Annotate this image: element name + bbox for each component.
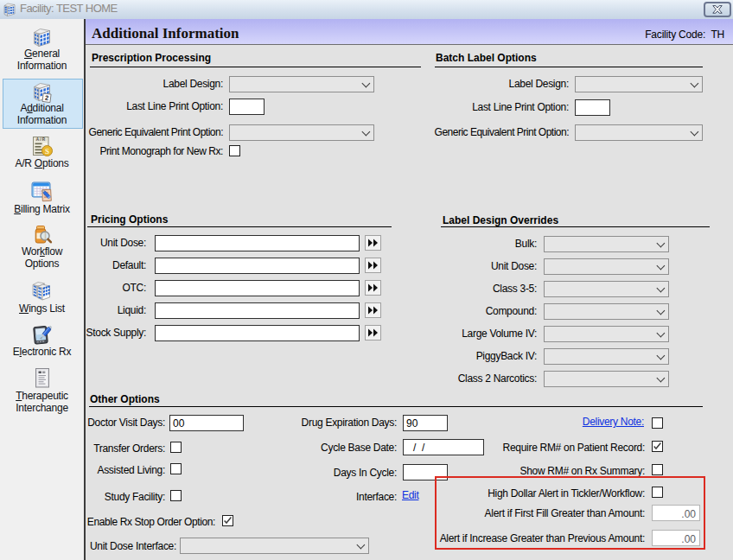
svg-text:S: S (45, 147, 49, 156)
svg-text:A / R: A / R (36, 137, 46, 142)
